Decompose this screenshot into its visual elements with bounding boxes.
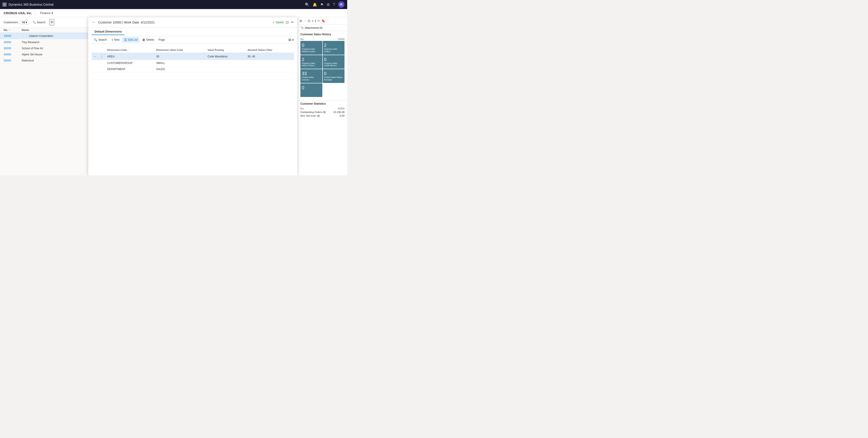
tile-value: 0 (302, 43, 321, 48)
sales-tile-1[interactable]: 2 Ongoing Sales Orders (323, 41, 345, 55)
col-dim-value-header[interactable]: Dimension Value Code (154, 47, 206, 53)
toolbar-edit-icon: ☰ (124, 38, 127, 41)
dim-table-container: Dimension Code ↑ Dimension Value Code Va… (88, 43, 298, 176)
second-nav: CRONUS USA, Inc. | Finance ▾ (0, 9, 347, 17)
sales-history-no: No. 10000 (301, 37, 344, 41)
help-icon[interactable]: ? (333, 2, 335, 6)
table-row[interactable]: CUSTOMERGROUP SMALL (92, 60, 294, 66)
customer-name: School of Fine Art (22, 47, 84, 50)
toolbar-search-button[interactable]: 🔍 Search (92, 37, 109, 42)
saved-indicator: ✓ Saved (273, 21, 283, 24)
tiles-grid: 0 Ongoing Sales Blanket Orders 2 Ongoing… (301, 41, 344, 97)
col-allowed-filter-header[interactable]: Allowed Values Filter (246, 47, 294, 53)
dim-value-cell: 30 (154, 53, 206, 60)
customers-rows: 10000 ⋮⋮ Adatum Corporation 20000 Trey R… (0, 33, 88, 64)
row-menu-cell (98, 60, 105, 66)
customer-row[interactable]: 30000 School of Fine Art (0, 45, 88, 52)
stats-rows: Outstanding Orders ($) 20,196.08 Amt. No… (301, 110, 344, 118)
customer-no: 10000 (4, 34, 22, 37)
toolbar-layout-icon[interactable]: ≡ (292, 38, 294, 41)
sales-tile-3[interactable]: 0 Ongoing Sales Credit Memos (323, 55, 345, 69)
toolbar-new-label: New (114, 38, 120, 41)
bell-icon[interactable]: 🔔 (313, 2, 317, 7)
customer-name: Relecloud (22, 59, 84, 62)
top-nav-left: Dynamics 365 Business Central (3, 3, 302, 6)
finance-chevron: ▾ (52, 11, 53, 15)
modal-header-left: ← Customer 10000 | Work Date: 4/12/2021 (92, 20, 155, 25)
sales-tile-5[interactable]: 0 Posted Sales Return Receipts (323, 69, 345, 83)
toolbar-page-button[interactable]: Page (157, 37, 167, 42)
settings-icon[interactable]: ⚙ (327, 2, 330, 7)
customer-no: 30000 (4, 47, 22, 50)
row-menu-icon[interactable]: ⋮ (100, 55, 103, 58)
sales-tile-6[interactable]: 0 (301, 84, 322, 97)
toolbar-delete-icon: 🗑 (142, 38, 145, 41)
customer-row[interactable]: 10000 ⋮⋮ Adatum Corporation (0, 33, 88, 39)
sort-arrow: ↑ (127, 49, 129, 51)
modal-toolbar: 🔍 Search + New ☰ Edit List 🗑 Delete Page (88, 36, 298, 43)
modal-sub-header: Default Dimensions (88, 28, 298, 36)
search-icon[interactable]: 🔍 (305, 2, 309, 7)
company-name: CRONUS USA, Inc. (4, 11, 32, 15)
toolbar-edit-list-button[interactable]: ☰ Edit List (122, 37, 140, 42)
rp-list-icon[interactable]: ≡ (312, 19, 313, 23)
tile-label: Posted Sales Return Receipts (324, 76, 343, 81)
stats-no: No. 10000 (301, 107, 344, 110)
modal-header-right: ✓ Saved ⊡ ✏ (273, 20, 294, 24)
default-dimensions-tab[interactable]: Default Dimensions (92, 29, 125, 35)
modal-header: ← Customer 10000 | Work Date: 4/12/2021 … (88, 17, 298, 28)
main-area: Customers: All ▾ 🔍 Search + No. ↑ Name 1… (0, 17, 347, 176)
modal-title: Customer 10000 | Work Date: 4/12/2021 (98, 21, 155, 24)
table-row[interactable]: → ⋮ AREA 30 Code Mandatory 30..40 (92, 53, 294, 60)
customers-add-button[interactable]: + (49, 19, 55, 26)
customer-row[interactable]: 50000 Relecloud (0, 58, 88, 64)
stat-label: Amt. Not Invd. ($) (301, 114, 320, 117)
finance-tab[interactable]: Finance ▾ (38, 11, 55, 15)
value-posting-cell (206, 60, 246, 66)
row-menu-cell (98, 66, 105, 72)
customers-search-button[interactable]: 🔍 Search (31, 20, 48, 25)
flag-icon[interactable]: ⚑ (320, 2, 323, 7)
sales-tile-2[interactable]: 2 Ongoing Sales Return Orders (301, 55, 322, 69)
dim-value-cell: SMALL (154, 60, 206, 66)
table-row[interactable]: DEPARTMENT SALES (92, 66, 294, 72)
customers-label: Customers: (4, 21, 19, 24)
col-no-header[interactable]: No. ↑ (4, 29, 22, 32)
dim-value-cell: SALES (154, 66, 206, 72)
rp-edit-icon[interactable]: ✏ (317, 19, 320, 23)
col-value-posting-header[interactable]: Value Posting (206, 47, 246, 53)
toolbar-delete-button[interactable]: 🗑 Delete (141, 37, 156, 42)
sales-tile-4[interactable]: 33 Posted Sales Invoices (301, 69, 322, 83)
expand-icon[interactable]: ⊡ (286, 20, 289, 24)
allowed-filter-cell (246, 60, 294, 66)
rp-page-icon[interactable]: ⊞ (300, 19, 302, 23)
dim-table: Dimension Code ↑ Dimension Value Code Va… (92, 47, 294, 80)
rp-bookmark-icon[interactable]: 🔖 (321, 19, 325, 23)
tile-value: 0 (302, 85, 321, 90)
tile-value: 0 (324, 71, 343, 76)
avatar[interactable]: IK (338, 1, 344, 8)
tile-label: Ongoing Sales Blanket Orders (302, 48, 321, 53)
toolbar-search-icon: 🔍 (94, 38, 97, 41)
filter-all-button[interactable]: All ▾ (20, 20, 29, 25)
sales-history-section: Customer Sales History No. 10000 0 Ongoi… (298, 31, 347, 100)
statistics-section: Customer Statistics No. 10000 Outstandin… (298, 100, 347, 119)
customer-row[interactable]: 40000 Alpine Ski House (0, 52, 88, 58)
col-name-header[interactable]: Name (22, 29, 84, 32)
customer-row[interactable]: 20000 Trey Research (0, 39, 88, 45)
dim-table-header: Dimension Code ↑ Dimension Value Code Va… (92, 47, 294, 53)
toolbar-filter-icon[interactable]: ⊟ (288, 38, 291, 41)
waffle-icon[interactable] (3, 3, 6, 6)
rp-info-icon[interactable]: ℹ (315, 19, 316, 23)
sales-tile-0[interactable]: 0 Ongoing Sales Blanket Orders (301, 41, 322, 55)
col-dim-code-header[interactable]: Dimension Code ↑ (105, 47, 154, 53)
allowed-filter-cell (246, 66, 294, 72)
filter-all-label: All (22, 21, 25, 24)
edit-pencil-icon[interactable]: ✏ (291, 20, 294, 24)
rp-filter-icon[interactable]: ⊟ (308, 19, 310, 23)
toolbar-new-button[interactable]: + New (110, 37, 121, 42)
tile-label: Ongoing Sales Orders (324, 48, 343, 53)
value-posting-cell (206, 66, 246, 72)
rp-ellipsis-icon[interactable]: ··· (304, 19, 306, 23)
back-button[interactable]: ← (92, 20, 96, 25)
